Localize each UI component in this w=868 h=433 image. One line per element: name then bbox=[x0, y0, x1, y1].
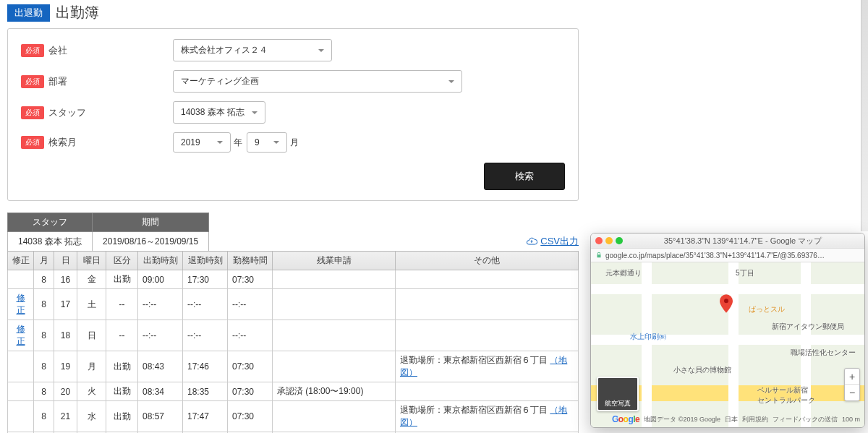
month-select[interactable]: 9 bbox=[247, 132, 287, 153]
map-pin-icon[interactable] bbox=[720, 294, 733, 313]
zoom-control: + − bbox=[844, 368, 860, 401]
th-other: その他 bbox=[396, 252, 579, 270]
map-poi-label[interactable]: 水上印刷㈱ bbox=[630, 332, 666, 342]
lock-icon bbox=[595, 252, 603, 259]
map-poi-label[interactable]: ベルサール新宿 セントラルパーク bbox=[757, 385, 815, 406]
th-in: 出勤時刻 bbox=[138, 252, 183, 270]
th-work: 勤務時間 bbox=[228, 252, 273, 270]
map-label: 元本郷通り bbox=[605, 268, 642, 278]
map-poi-label[interactable]: ばっとスル bbox=[749, 304, 785, 314]
edit-link[interactable]: 修正 bbox=[17, 324, 25, 346]
module-badge: 出退勤 bbox=[7, 4, 50, 22]
close-dot-icon[interactable] bbox=[595, 237, 603, 244]
zoom-in-button[interactable]: + bbox=[845, 369, 859, 385]
table-row: 820火出勤08:3418:3507:30承認済 (18:00〜19:00) bbox=[8, 382, 579, 401]
cloud-download-icon bbox=[526, 236, 537, 247]
map-poi-label[interactable]: 新宿アイタウン郵便局 bbox=[772, 322, 844, 332]
table-row: 816金出勤09:0017:3007:30 bbox=[8, 270, 579, 289]
map-poi-label[interactable]: 小さな貝の博物館 bbox=[673, 365, 731, 375]
required-tag: 必須 bbox=[21, 136, 44, 149]
map-poi-label[interactable]: 職場活性化センター bbox=[791, 348, 856, 358]
table-row: 821水出勤08:5717:4707:30退勤場所：東京都新宿区西新宿６丁目 （… bbox=[8, 401, 579, 432]
window-titlebar[interactable]: 35°41'38.3"N 139°41'14.7"E - Google マップ bbox=[591, 233, 864, 248]
map-link[interactable]: （地図） bbox=[400, 405, 567, 427]
month-label: 検索月 bbox=[48, 136, 77, 149]
th-day: 日 bbox=[54, 252, 77, 270]
table-row: 819月出勤08:4317:4607:30退勤場所：東京都新宿区西新宿６丁目 （… bbox=[8, 351, 579, 382]
svg-point-0 bbox=[724, 299, 728, 303]
staff-label: スタッフ bbox=[48, 106, 86, 119]
th-month: 月 bbox=[34, 252, 54, 270]
year-unit: 年 bbox=[234, 137, 242, 149]
attendance-table: 修正 月 日 曜日 区分 出勤時刻 退勤時刻 勤務時間 残業申請 その他 816… bbox=[7, 251, 579, 433]
th-edit: 修正 bbox=[8, 252, 34, 270]
filter-panel: 必須 会社 株式会社オフィス２４ 必須 部署 マーケティング企画 必須 スタッフ… bbox=[7, 28, 579, 201]
dept-select[interactable]: マーケティング企画 bbox=[173, 70, 462, 93]
company-select[interactable]: 株式会社オフィス２４ bbox=[173, 39, 332, 61]
zoom-out-button[interactable]: − bbox=[845, 385, 859, 400]
page-title: 出勤簿 bbox=[56, 3, 99, 22]
month-unit: 月 bbox=[290, 137, 299, 149]
summary-staff-header: スタッフ bbox=[8, 213, 93, 232]
company-label: 会社 bbox=[48, 44, 67, 57]
th-out: 退勤時刻 bbox=[183, 252, 228, 270]
required-tag: 必須 bbox=[21, 106, 44, 119]
map-popup-window: 35°41'38.3"N 139°41'14.7"E - Google マップ … bbox=[590, 233, 865, 428]
url-text: google.co.jp/maps/place/35°41'38.3"N+139… bbox=[605, 252, 825, 260]
zoom-dot-icon[interactable] bbox=[616, 237, 623, 244]
summary-table: スタッフ 期間 14038 森本 拓志 2019/08/16～2019/09/1… bbox=[7, 213, 209, 252]
csv-export-link[interactable]: CSV出力 bbox=[526, 235, 579, 248]
th-weekday: 曜日 bbox=[77, 252, 106, 270]
summary-period-header: 期間 bbox=[93, 213, 209, 232]
minimize-dot-icon[interactable] bbox=[605, 237, 613, 244]
staff-select[interactable]: 14038 森本 拓志 bbox=[173, 101, 265, 124]
map-label: 5丁目 bbox=[736, 268, 754, 278]
search-button[interactable]: 検索 bbox=[484, 163, 565, 190]
dept-label: 部署 bbox=[48, 75, 67, 88]
edit-link[interactable]: 修正 bbox=[17, 293, 25, 315]
year-select[interactable]: 2019 bbox=[173, 132, 231, 153]
scrollbar[interactable] bbox=[861, 0, 868, 231]
th-type: 区分 bbox=[106, 252, 138, 270]
map-canvas[interactable]: 元本郷通り 5丁目 ばっとスル 新宿アイタウン郵便局 水上印刷㈱ 職場活性化セン… bbox=[591, 262, 864, 427]
map-link[interactable]: （地図） bbox=[400, 355, 567, 377]
table-row: 修正817土----:----:----:-- bbox=[8, 289, 579, 320]
required-tag: 必須 bbox=[21, 75, 44, 88]
window-title: 35°41'38.3"N 139°41'14.7"E - Google マップ bbox=[626, 236, 860, 246]
th-overtime: 残業申請 bbox=[273, 252, 396, 270]
required-tag: 必須 bbox=[21, 44, 44, 57]
table-row: 修正818日----:----:----:-- bbox=[8, 320, 579, 351]
google-logo: Google bbox=[612, 414, 639, 424]
map-attribution: Google 地図データ ©2019 Google 日本 利用規約 フィードバッ… bbox=[612, 414, 860, 424]
address-bar[interactable]: google.co.jp/maps/place/35°41'38.3"N+139… bbox=[591, 248, 864, 262]
satellite-toggle[interactable]: 航空写真 bbox=[597, 377, 639, 411]
